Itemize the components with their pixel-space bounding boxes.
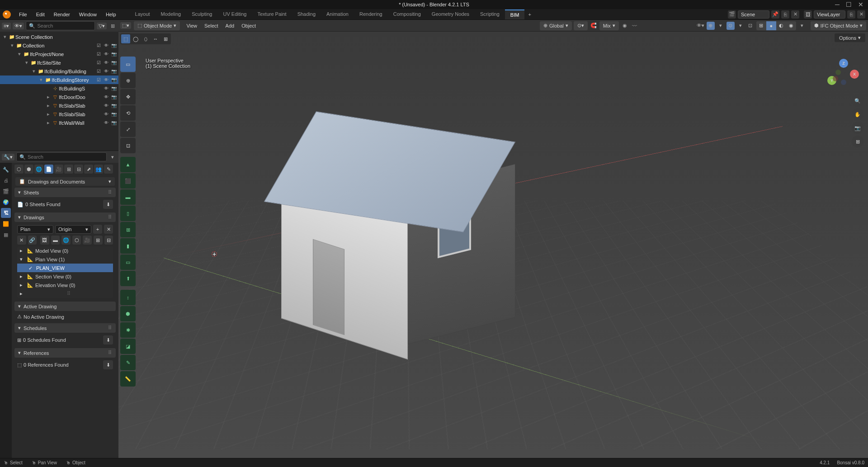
bim-tool-stair[interactable]: ⬆ <box>120 271 136 286</box>
visibility-button[interactable]: 👁▾ <box>697 22 705 30</box>
tree-toggle[interactable]: ▾ <box>38 77 44 83</box>
tool-select[interactable]: ▭ <box>120 57 136 72</box>
bim-tool-beam[interactable]: ▭ <box>120 255 136 270</box>
bim-icon-3[interactable]: 🌐 <box>34 165 43 174</box>
drawing-del-button[interactable]: ✕ <box>17 236 26 245</box>
shading-dropdown[interactable]: ▾ <box>798 22 806 30</box>
mode-select[interactable]: ⬚ Object Mode▾ <box>134 21 180 30</box>
bim-icon-10[interactable]: ✎ <box>104 165 113 174</box>
references-import-button[interactable]: ⬇ <box>103 360 113 369</box>
drawing-category-row[interactable]: ▸📐Model View (0) <box>17 246 113 255</box>
drawing-tool-3[interactable]: 🌐 <box>61 236 71 245</box>
snap-toggle[interactable]: 🧲 <box>590 22 598 30</box>
schedules-import-button[interactable]: ⬇ <box>103 335 113 344</box>
vp-menu-object[interactable]: Object <box>238 23 259 28</box>
building-model[interactable] <box>254 108 507 321</box>
workspace-tab-scripting[interactable]: Scripting <box>475 9 505 19</box>
add-drawing-button[interactable]: + <box>93 225 102 234</box>
orientation-select[interactable]: ⊕ Global▾ <box>540 21 572 30</box>
render-toggle[interactable]: 📷 <box>110 68 118 75</box>
add-workspace-button[interactable]: + <box>524 12 534 17</box>
visibility-toggle[interactable]: 👁 <box>103 42 110 49</box>
outliner-tree[interactable]: ▾📁Scene Collection▾📁Collection☑👁📷▾📁IfcPr… <box>0 32 118 151</box>
tool-cursor[interactable]: ⊕ <box>120 73 136 88</box>
workspace-tab-animation[interactable]: Animation <box>321 9 354 19</box>
tree-toggle[interactable]: ▸ <box>45 103 52 108</box>
zoom-button[interactable]: 🔍 <box>852 95 863 107</box>
overlay-dropdown[interactable]: ▾ <box>736 22 745 30</box>
display-mode-dropdown[interactable]: 👁▾ <box>13 23 24 29</box>
shading-rendered[interactable]: ◉ <box>786 21 796 30</box>
tree-toggle[interactable]: ▾ <box>9 42 15 48</box>
remove-drawing-button[interactable]: ✕ <box>104 225 113 234</box>
tree-row[interactable]: ▾📁IfcProject/None☑👁📷 <box>0 50 118 58</box>
bim-tool-struct[interactable]: ✱ <box>120 322 136 338</box>
gizmo-toggle[interactable]: ⊕ <box>707 22 715 30</box>
scene-pin-button[interactable]: 📌 <box>771 10 779 19</box>
close-button[interactable]: ✕ <box>858 1 863 8</box>
workspace-tab-layout[interactable]: Layout <box>130 9 156 19</box>
camera-button[interactable]: 📷 <box>852 122 863 134</box>
tool-move[interactable]: ✥ <box>120 89 136 104</box>
shading-wireframe[interactable]: ⊞ <box>756 21 766 30</box>
xray-toggle[interactable]: ⊡ <box>746 22 755 30</box>
minimize-button[interactable]: ─ <box>835 1 840 8</box>
select-lasso-tool[interactable]: ⬯ <box>141 34 150 43</box>
maximize-button[interactable]: ☐ <box>846 1 852 8</box>
bim-icon-6[interactable]: ⊞ <box>64 165 73 174</box>
tree-row[interactable]: ▸▽IfcDoor/Doo👁📷 <box>0 93 118 101</box>
bim-tool-annotate[interactable]: ✎ <box>120 355 136 370</box>
bim-tool-column[interactable]: ▮ <box>120 238 136 254</box>
workspace-tab-compositing[interactable]: Compositing <box>388 9 426 19</box>
scene-delete-button[interactable]: ✕ <box>791 10 799 19</box>
drawing-list-expander[interactable]: ▸⠿ <box>17 289 113 298</box>
render-toggle[interactable]: 📷 <box>110 51 118 58</box>
tab-object[interactable]: 🟧 <box>1 219 11 229</box>
tree-toggle[interactable]: ▾ <box>16 51 23 57</box>
bim-tool-space[interactable]: ⬢ <box>120 306 136 321</box>
navigation-gizmo[interactable]: Z X Y <box>827 59 859 90</box>
render-toggle[interactable]: 📷 <box>110 85 118 92</box>
drawing-tool-7[interactable]: ⊟ <box>104 236 113 245</box>
drawings-documents-selector[interactable]: 📋 Drawings and Documents ▾ <box>15 177 115 186</box>
pivot-select[interactable]: ⊙▾ <box>574 21 588 30</box>
visibility-toggle[interactable]: 👁 <box>103 102 110 109</box>
visibility-toggle[interactable]: 👁 <box>103 76 110 84</box>
bim-tool-window[interactable]: ⊞ <box>120 222 136 237</box>
proportional-type[interactable]: 〰 <box>631 22 639 30</box>
blender-logo[interactable] <box>3 10 11 19</box>
menu-render[interactable]: Render <box>49 12 75 17</box>
menu-edit[interactable]: Edit <box>32 12 49 17</box>
proportional-toggle[interactable]: ◉ <box>621 22 629 30</box>
drawing-tool-1[interactable]: 🖼 <box>40 236 49 245</box>
workspace-tab-rendering[interactable]: Rendering <box>354 9 388 19</box>
bim-icon-4[interactable]: 📄 <box>44 165 53 174</box>
tool-transform[interactable]: ⊡ <box>120 138 136 153</box>
bim-tool-covering[interactable]: ◪ <box>120 339 136 354</box>
render-toggle[interactable]: 📷 <box>110 42 118 49</box>
exclude-checkbox[interactable]: ☑ <box>95 68 102 75</box>
tool-scale[interactable]: ⤢ <box>120 122 136 137</box>
schedules-header[interactable]: ▾Schedules⠿ <box>14 323 116 333</box>
bim-tool-dim[interactable]: ↕ <box>120 290 136 305</box>
drawing-category-row[interactable]: ▸📐Section View (0) <box>17 272 113 281</box>
visibility-toggle[interactable]: 👁 <box>103 51 110 58</box>
outliner-search[interactable]: 🔍 Search <box>26 21 95 30</box>
render-toggle[interactable]: 📷 <box>110 59 118 66</box>
tree-row[interactable]: ▾📁IfcSite/Site☑👁📷 <box>0 58 118 67</box>
tree-row[interactable]: ▸▽IfcSlab/Slab👁📷 <box>0 110 118 118</box>
select-circle-tool[interactable]: ◯ <box>131 34 140 43</box>
workspace-tab-modeling[interactable]: Modeling <box>156 9 187 19</box>
gizmo-x[interactable]: X <box>850 70 859 79</box>
tab-output[interactable]: 🖨 <box>1 175 11 185</box>
tree-row[interactable]: ▸▽IfcWall/Wall👁📷 <box>0 118 118 127</box>
tree-toggle[interactable]: ▾ <box>31 68 37 74</box>
shading-solid[interactable]: ● <box>766 21 776 30</box>
tree-row[interactable]: ▾📁Scene Collection <box>0 33 118 41</box>
bim-tool-door[interactable]: ▯ <box>120 206 136 221</box>
render-toggle[interactable]: 📷 <box>110 94 118 101</box>
workspace-tab-texture-paint[interactable]: Texture Paint <box>252 9 292 19</box>
vp-menu-add[interactable]: Add <box>222 23 238 28</box>
drawing-origin-select[interactable]: Origin▾ <box>55 225 91 234</box>
options-button[interactable]: Options▾ <box>835 33 865 42</box>
